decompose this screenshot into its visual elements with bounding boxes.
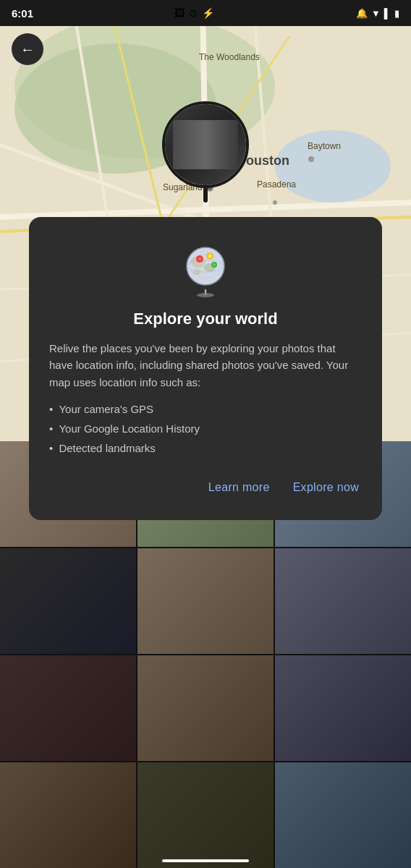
bullet-icon: • bbox=[49, 419, 56, 438]
map-pin-stem bbox=[203, 188, 208, 203]
photo-cell[interactable] bbox=[137, 762, 274, 868]
learn-more-button[interactable]: Learn more bbox=[206, 475, 273, 500]
status-bar: 6:01 🖼 ⊙ ⚡ 🔔 ▼ ▌ ▮ bbox=[0, 0, 411, 26]
photo-cell[interactable] bbox=[275, 548, 411, 654]
flash-icon: ⚡ bbox=[202, 7, 214, 19]
svg-point-30 bbox=[208, 255, 212, 258]
back-arrow-icon: ← bbox=[20, 41, 35, 58]
mute-icon: 🔔 bbox=[356, 8, 368, 19]
explore-now-button[interactable]: Explore now bbox=[290, 475, 362, 500]
back-button[interactable]: ← bbox=[12, 33, 43, 65]
home-indicator bbox=[162, 859, 249, 862]
map-pin-photo-circle bbox=[162, 101, 249, 188]
svg-point-13 bbox=[275, 130, 391, 203]
photo-cell[interactable] bbox=[0, 548, 136, 654]
list-item-gps: • Your camera's GPS bbox=[49, 399, 362, 419]
status-icons-left: 🖼 ⊙ ⚡ bbox=[174, 7, 214, 19]
status-icons-right: 🔔 ▼ ▌ ▮ bbox=[356, 8, 399, 19]
dialog-body: Relive the places you've been by explori… bbox=[49, 340, 362, 391]
photo-cell[interactable] bbox=[137, 548, 274, 654]
dialog-list: • Your camera's GPS • Your Google Locati… bbox=[49, 399, 362, 458]
photo-cell[interactable] bbox=[0, 655, 136, 761]
list-item-location-history: • Your Google Location History bbox=[49, 419, 362, 438]
signal-icon: ▌ bbox=[384, 8, 391, 19]
svg-point-16 bbox=[308, 156, 314, 162]
wifi-icon: ▼ bbox=[371, 8, 381, 19]
photo-cell[interactable] bbox=[0, 762, 136, 868]
map-pin-photo bbox=[165, 104, 246, 185]
map-pin-photo-inner bbox=[173, 120, 238, 169]
photo-icon: 🖼 bbox=[174, 7, 185, 19]
svg-point-17 bbox=[273, 200, 277, 205]
svg-point-32 bbox=[213, 263, 216, 266]
photo-cell[interactable] bbox=[137, 655, 274, 761]
list-item-landmarks: • Detected landmarks bbox=[49, 438, 362, 458]
bullet-icon: • bbox=[49, 399, 56, 419]
circle-icon: ⊙ bbox=[189, 7, 198, 19]
bullet-icon: • bbox=[49, 438, 56, 458]
dialog-actions: Learn more Explore now bbox=[49, 475, 362, 500]
photo-cell[interactable] bbox=[275, 655, 411, 761]
svg-point-28 bbox=[198, 258, 202, 261]
svg-point-19 bbox=[197, 293, 214, 297]
photo-cell[interactable] bbox=[275, 762, 411, 868]
dialog-title: Explore your world bbox=[133, 310, 277, 328]
globe-icon bbox=[177, 240, 234, 298]
status-time: 6:01 bbox=[12, 7, 33, 20]
battery-icon: ▮ bbox=[394, 8, 399, 19]
dialog: Explore your world Relive the places you… bbox=[29, 217, 382, 520]
map-pin-container bbox=[162, 101, 249, 203]
